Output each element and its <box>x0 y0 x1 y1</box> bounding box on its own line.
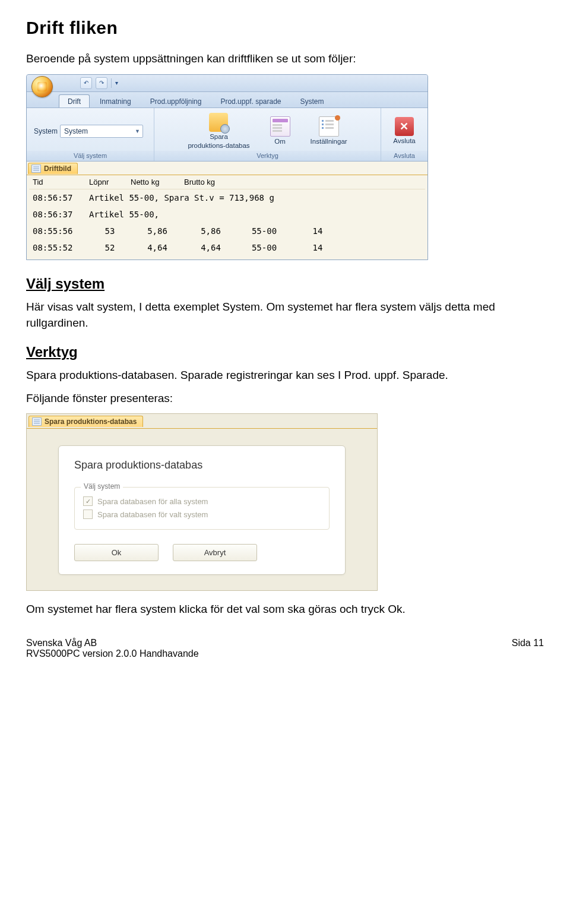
avsluta-button[interactable]: ✕ Avsluta <box>388 116 420 146</box>
tab-produppf-sparade[interactable]: Prod.uppf. sparade <box>211 94 290 107</box>
checkbox-all-label: Spara databasen för alla system <box>97 497 208 506</box>
spara-produktions-databas-button[interactable]: Spara produktions-databas <box>183 112 254 151</box>
dialog-tab[interactable]: Spara produktions-databas <box>28 416 143 427</box>
cell-artikel: 55-00 <box>238 226 291 236</box>
page-footer: Svenska Våg AB RVS5000PC version 2.0.0 H… <box>26 638 544 659</box>
document-tab-label: Driftbild <box>44 164 71 173</box>
cell-artikel: 55-00 <box>238 243 291 252</box>
ribbon-tabstrip: Drift Inmatning Prod.uppföljning Prod.up… <box>27 92 428 108</box>
titlebar: ↶ ↷ ▾ <box>27 75 428 92</box>
installningar-label: Inställningar <box>311 138 347 145</box>
settings-list-icon <box>319 116 339 137</box>
group-label-valj-system: Välj system <box>27 151 154 161</box>
cell-tid: 08:55:52 <box>33 243 89 252</box>
redo-button[interactable]: ↷ <box>96 77 107 89</box>
footer-docname: RVS5000PC version 2.0.0 Handhavande <box>26 648 199 659</box>
checkbox-row-selected[interactable]: Spara databasen för valt system <box>83 508 321 521</box>
close-icon: ✕ <box>395 117 414 136</box>
quick-access-toolbar: ↶ ↷ ▾ <box>80 75 118 91</box>
cell-tid: 08:56:37 <box>33 210 89 219</box>
document-tab-icon <box>31 164 41 173</box>
checkbox-selected-label: Spara databasen för valt system <box>97 510 208 519</box>
valj-system-paragraph: Här visas valt system, I detta exemplet … <box>26 299 544 331</box>
chevron-down-icon: ▼ <box>135 128 140 134</box>
cell-tid: 08:55:56 <box>33 226 89 236</box>
system-combo-label: System <box>34 127 58 135</box>
footer-company: Svenska Våg AB <box>26 638 199 648</box>
col-lopnr: Löpnr <box>89 178 131 186</box>
spara-label-1: Spara <box>210 133 228 141</box>
verktyg-paragraph-2: Följande fönster presenteras: <box>26 391 544 407</box>
document-panel: Driftbild Tid Löpnr Netto kg Brutto kg 0… <box>27 162 428 260</box>
valj-system-fieldset: Välj system ✓ Spara databasen för alla s… <box>74 487 330 530</box>
avsluta-label: Avsluta <box>393 137 416 145</box>
grid-header-row: Tid Löpnr Netto kg Brutto kg <box>29 175 425 189</box>
system-combo-value: System <box>64 127 88 135</box>
system-combo: System System ▼ <box>34 125 143 138</box>
cell-text: Artikel 55-00, Spara St.v = 713,968 g <box>89 193 422 202</box>
section-title-valj-system: Välj system <box>26 276 544 292</box>
page-heading: Drift fliken <box>26 18 544 38</box>
cell-tid: 08:56:57 <box>33 193 89 202</box>
tab-drift[interactable]: Drift <box>59 94 90 107</box>
cell-lopnr: 52 <box>89 243 131 252</box>
dialog-tab-label: Spara produktions-databas <box>45 417 137 426</box>
spara-label-2: produktions-databas <box>188 142 249 150</box>
footer-pagenum: Sida 11 <box>512 638 544 659</box>
database-icon <box>209 113 228 132</box>
cell-brutto: 4,64 <box>184 243 238 252</box>
om-button[interactable]: Om <box>265 115 295 147</box>
col-tid: Tid <box>33 178 89 186</box>
tab-produppfoljning[interactable]: Prod.uppföljning <box>141 94 211 107</box>
ribbon-body: System System ▼ Välj system Spara produk… <box>27 108 428 162</box>
qat-customize-icon[interactable]: ▾ <box>115 80 118 86</box>
cell-qty: 14 <box>291 226 344 236</box>
fieldset-legend: Välj system <box>81 482 123 491</box>
grid-row: 08:56:57 Artikel 55-00, Spara St.v = 713… <box>29 189 425 206</box>
grid-row: 08:56:37 Artikel 55-00, <box>29 206 425 223</box>
intro-paragraph: Beroende på system uppsättningen kan dri… <box>26 51 544 67</box>
cell-qty: 14 <box>291 243 344 252</box>
system-combo-box[interactable]: System ▼ <box>60 125 143 138</box>
section-title-verktyg: Verktyg <box>26 344 544 360</box>
dialog-card: Spara produktions-databas Välj system ✓ … <box>58 445 346 575</box>
qat-separator <box>111 78 112 88</box>
form-icon <box>270 116 290 137</box>
grid-row: 08:55:52 52 4,64 4,64 55-00 14 <box>29 239 425 256</box>
closing-paragraph: Om systemet har flera system klicka för … <box>26 602 544 618</box>
om-label: Om <box>274 138 286 145</box>
group-label-verktyg: Verktyg <box>154 151 381 161</box>
cancel-button[interactable]: Avbryt <box>173 544 257 561</box>
document-tab-driftbild[interactable]: Driftbild <box>28 163 78 174</box>
ribbon-window: ↶ ↷ ▾ Drift Inmatning Prod.uppföljning P… <box>26 74 428 260</box>
checkbox-all-systems[interactable]: ✓ <box>83 496 93 506</box>
ok-button[interactable]: Ok <box>74 544 159 561</box>
cell-netto: 5,86 <box>131 226 184 236</box>
col-brutto: Brutto kg <box>184 178 238 186</box>
col-netto: Netto kg <box>131 178 184 186</box>
checkbox-selected-system[interactable] <box>83 510 93 519</box>
driftbild-grid: Tid Löpnr Netto kg Brutto kg 08:56:57 Ar… <box>27 175 428 260</box>
dialog-title: Spara produktions-databas <box>74 459 330 472</box>
undo-button[interactable]: ↶ <box>80 77 92 89</box>
tab-inmatning[interactable]: Inmatning <box>91 94 140 107</box>
office-orb-button[interactable] <box>31 76 53 97</box>
group-label-avsluta: Avsluta <box>381 151 428 161</box>
checkbox-row-all[interactable]: ✓ Spara databasen för alla system <box>83 495 321 508</box>
cell-netto: 4,64 <box>131 243 184 252</box>
cell-brutto: 5,86 <box>184 226 238 236</box>
dialog-tab-icon <box>32 417 42 426</box>
installningar-button[interactable]: Inställningar <box>306 115 352 147</box>
tab-system[interactable]: System <box>292 94 333 107</box>
grid-row: 08:55:56 53 5,86 5,86 55-00 14 <box>29 223 425 239</box>
cell-lopnr: 53 <box>89 226 131 236</box>
verktyg-paragraph-1: Spara produktions-databasen. Sparade reg… <box>26 368 544 384</box>
dialog-window: Spara produktions-databas Spara produkti… <box>26 413 378 591</box>
cell-text: Artikel 55-00, <box>89 210 422 219</box>
